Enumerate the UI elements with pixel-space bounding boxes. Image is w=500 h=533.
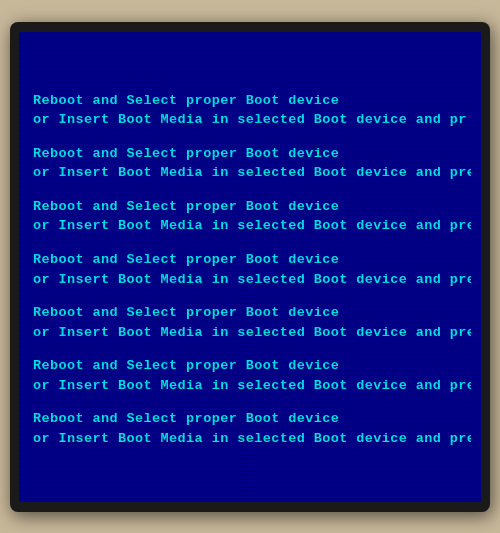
error-line-1-4: Reboot and Select proper Boot device: [33, 303, 471, 323]
screen: Reboot and Select proper Boot deviceor I…: [19, 32, 481, 502]
line-pair-4: Reboot and Select proper Boot deviceor I…: [33, 303, 471, 342]
error-line-1-5: Reboot and Select proper Boot device: [33, 356, 471, 376]
screen-content: Reboot and Select proper Boot deviceor I…: [19, 32, 481, 502]
error-line-2-3: or Insert Boot Media in selected Boot de…: [33, 270, 471, 290]
error-line-2-1: or Insert Boot Media in selected Boot de…: [33, 163, 471, 183]
error-line-2-6: or Insert Boot Media in selected Boot de…: [33, 429, 471, 449]
error-line-2-5: or Insert Boot Media in selected Boot de…: [33, 376, 471, 396]
line-pair-2: Reboot and Select proper Boot deviceor I…: [33, 197, 471, 236]
error-line-1-2: Reboot and Select proper Boot device: [33, 197, 471, 217]
line-pair-6: Reboot and Select proper Boot deviceor I…: [33, 409, 471, 448]
line-pair-1: Reboot and Select proper Boot deviceor I…: [33, 144, 471, 183]
error-line-1-0: Reboot and Select proper Boot device: [33, 91, 471, 111]
error-line-2-2: or Insert Boot Media in selected Boot de…: [33, 216, 471, 236]
error-line-1-6: Reboot and Select proper Boot device: [33, 409, 471, 429]
line-pair-3: Reboot and Select proper Boot deviceor I…: [33, 250, 471, 289]
monitor: Reboot and Select proper Boot deviceor I…: [10, 22, 490, 512]
line-pair-5: Reboot and Select proper Boot deviceor I…: [33, 356, 471, 395]
error-line-1-1: Reboot and Select proper Boot device: [33, 144, 471, 164]
error-line-1-3: Reboot and Select proper Boot device: [33, 250, 471, 270]
error-line-2-4: or Insert Boot Media in selected Boot de…: [33, 323, 471, 343]
line-pair-0: Reboot and Select proper Boot deviceor I…: [33, 91, 471, 130]
error-line-2-0: or Insert Boot Media in selected Boot de…: [33, 110, 471, 130]
